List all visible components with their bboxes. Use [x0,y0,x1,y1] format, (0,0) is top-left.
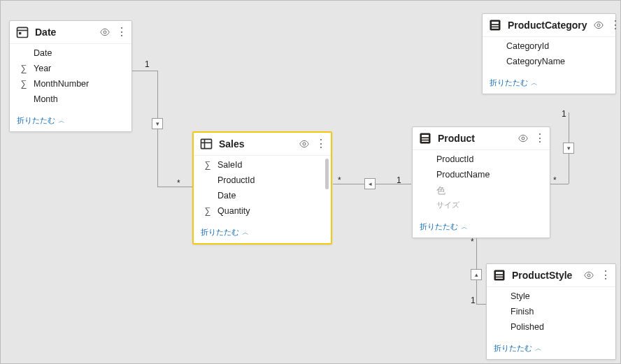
svg-rect-15 [492,25,499,27]
cardinality-one: 1 [471,296,476,305]
field-row[interactable]: ProductId [197,173,328,188]
visibility-icon[interactable] [583,270,594,281]
collapse-link[interactable]: 折りたたむ ︿ [10,111,131,131]
more-options-icon[interactable]: ⋮ [315,138,325,150]
svg-rect-20 [496,275,503,277]
svg-rect-9 [422,135,429,137]
sigma-icon: ∑ [202,206,213,216]
filter-direction-icon: ▾ [563,143,574,154]
table-title: ProductCategory [508,20,587,31]
svg-rect-14 [492,22,499,24]
dimension-table-icon [488,18,502,32]
svg-point-22 [587,274,590,277]
table-title: Sales [219,138,293,150]
svg-point-7 [303,143,306,145]
field-row-hidden[interactable]: サイズ [415,200,547,213]
visibility-icon[interactable] [99,27,110,38]
field-row[interactable]: Date [13,45,129,61]
svg-point-3 [104,31,106,34]
svg-rect-21 [496,277,503,279]
table-title: Product [438,133,512,144]
field-row[interactable]: CategoryName [485,54,613,69]
visibility-icon[interactable] [593,20,604,31]
dimension-table-icon [492,268,506,282]
filter-direction-icon: ▾ [152,118,163,129]
field-row-hidden[interactable]: 色 [415,182,547,200]
collapse-link[interactable]: 折りたたむ ︿ [487,339,615,359]
svg-rect-0 [17,27,28,37]
table-title: ProductStyle [512,270,578,281]
cardinality-many: * [177,178,180,188]
field-row[interactable]: ∑Quantity [197,203,328,219]
visibility-icon[interactable] [299,138,310,150]
table-icon [199,137,213,151]
filter-direction-icon: ▴ [471,269,482,280]
more-options-icon[interactable]: ⋮ [610,20,620,31]
calendar-table-icon [15,25,29,39]
chevron-up-icon: ︿ [242,228,249,238]
more-options-icon[interactable]: ⋮ [534,133,544,144]
field-row[interactable]: ProductId [415,152,547,167]
table-productcategory[interactable]: ProductCategory ⋮ CategoryId CategoryNam… [482,13,616,94]
collapse-link[interactable]: 折りたたむ ︿ [194,223,331,243]
collapse-link[interactable]: 折りたたむ ︿ [413,217,550,238]
svg-point-17 [597,24,600,27]
table-product[interactable]: Product ⋮ ProductId ProductName 色 サイズ 折り… [412,126,550,238]
svg-rect-2 [19,32,21,34]
field-row[interactable]: Finish [490,304,613,319]
table-productstyle[interactable]: ProductStyle ⋮ Style Finish Polished 折りた… [486,263,616,360]
field-row[interactable]: ∑MonthNumber [13,76,129,92]
svg-point-12 [522,137,524,140]
field-row[interactable]: Polished [490,319,613,335]
scrollbar[interactable] [325,159,329,189]
cardinality-one: 1 [562,109,566,119]
chevron-up-icon: ︿ [461,222,468,232]
cardinality-one: 1 [145,59,150,69]
field-row[interactable]: ∑SaleId [197,157,328,173]
svg-rect-19 [496,272,503,274]
visibility-icon[interactable] [518,133,529,144]
table-date[interactable]: Date ⋮ Date ∑Year ∑MonthNumber Month 折りた… [9,20,132,132]
chevron-up-icon: ︿ [531,78,538,88]
svg-rect-4 [201,139,212,148]
filter-direction-icon: ◂ [364,178,376,189]
field-row[interactable]: Style [490,289,613,304]
svg-rect-16 [492,27,499,29]
more-options-icon[interactable]: ⋮ [116,27,126,38]
chevron-up-icon: ︿ [58,116,65,126]
cardinality-many: * [471,237,474,247]
field-row[interactable]: ∑Year [13,61,129,76]
table-title: Date [35,27,94,38]
field-row[interactable]: CategoryId [485,38,613,54]
chevron-up-icon: ︿ [535,344,542,354]
sigma-icon: ∑ [18,79,29,89]
dimension-table-icon [418,131,432,145]
field-row[interactable]: Date [197,188,328,203]
svg-rect-10 [422,138,429,140]
sigma-icon: ∑ [18,64,29,73]
cardinality-many: * [338,175,341,185]
collapse-link[interactable]: 折りたたむ ︿ [483,73,615,94]
cardinality-one: 1 [397,175,401,185]
field-row[interactable]: Month [13,92,129,107]
table-sales[interactable]: Sales ⋮ ∑SaleId ProductId Date ∑Quantity… [192,131,332,245]
svg-rect-11 [422,140,429,142]
field-row[interactable]: ProductName [415,167,547,182]
cardinality-many: * [553,175,557,185]
sigma-icon: ∑ [202,160,213,170]
more-options-icon[interactable]: ⋮ [600,270,610,281]
